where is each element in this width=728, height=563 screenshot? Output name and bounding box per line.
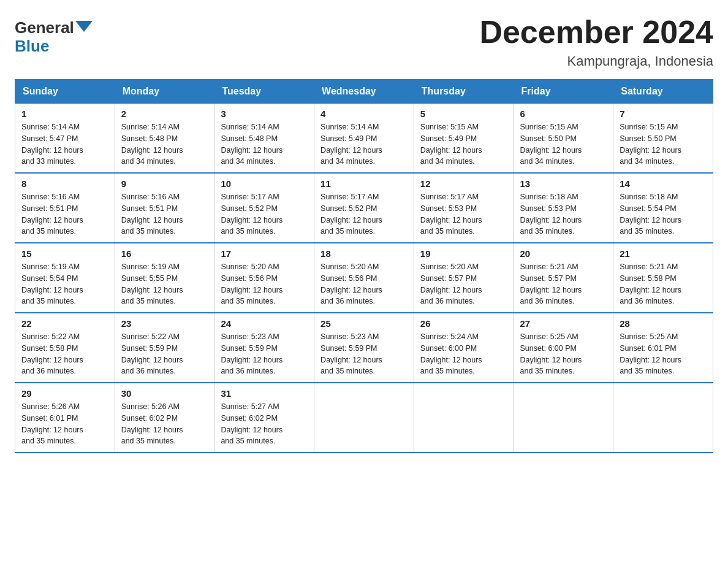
- page-header: General Blue December 2024 Kampungraja, …: [15, 15, 713, 69]
- day-number: 14: [620, 178, 707, 189]
- day-info: Sunrise: 5:20 AMSunset: 5:56 PMDaylight:…: [320, 262, 382, 305]
- table-row: 20 Sunrise: 5:21 AMSunset: 5:57 PMDaylig…: [514, 243, 613, 313]
- day-info: Sunrise: 5:22 AMSunset: 5:58 PMDaylight:…: [21, 332, 83, 375]
- day-info: Sunrise: 5:20 AMSunset: 5:57 PMDaylight:…: [420, 262, 482, 305]
- day-number: 19: [420, 248, 507, 259]
- col-wednesday: Wednesday: [314, 80, 414, 104]
- col-friday: Friday: [514, 80, 613, 104]
- day-number: 8: [21, 178, 108, 189]
- table-row: 21 Sunrise: 5:21 AMSunset: 5:58 PMDaylig…: [613, 243, 713, 313]
- day-info: Sunrise: 5:14 AMSunset: 5:48 PMDaylight:…: [121, 123, 183, 166]
- calendar-header: Sunday Monday Tuesday Wednesday Thursday…: [15, 80, 713, 104]
- day-info: Sunrise: 5:17 AMSunset: 5:52 PMDaylight:…: [221, 193, 282, 236]
- table-row: [514, 383, 613, 453]
- table-row: 28 Sunrise: 5:25 AMSunset: 6:01 PMDaylig…: [613, 313, 713, 383]
- col-saturday: Saturday: [613, 80, 713, 104]
- table-row: 1 Sunrise: 5:14 AMSunset: 5:47 PMDayligh…: [15, 104, 115, 174]
- day-number: 16: [121, 248, 208, 259]
- day-number: 10: [221, 178, 308, 189]
- logo: General Blue: [15, 20, 93, 56]
- day-number: 23: [121, 318, 208, 329]
- day-info: Sunrise: 5:19 AMSunset: 5:54 PMDaylight:…: [21, 262, 83, 305]
- day-info: Sunrise: 5:16 AMSunset: 5:51 PMDaylight:…: [121, 193, 183, 236]
- table-row: 25 Sunrise: 5:23 AMSunset: 5:59 PMDaylig…: [314, 313, 414, 383]
- day-info: Sunrise: 5:16 AMSunset: 5:51 PMDaylight:…: [21, 193, 83, 236]
- calendar-week-row: 29 Sunrise: 5:26 AMSunset: 6:01 PMDaylig…: [15, 383, 713, 453]
- logo-blue-text: Blue: [15, 37, 93, 56]
- calendar-week-row: 1 Sunrise: 5:14 AMSunset: 5:47 PMDayligh…: [15, 104, 713, 174]
- day-info: Sunrise: 5:14 AMSunset: 5:47 PMDaylight:…: [21, 123, 83, 166]
- table-row: 8 Sunrise: 5:16 AMSunset: 5:51 PMDayligh…: [15, 173, 115, 243]
- day-number: 11: [320, 178, 408, 189]
- day-number: 25: [320, 318, 408, 329]
- location-title: Kampungraja, Indonesia: [479, 53, 713, 69]
- table-row: 17 Sunrise: 5:20 AMSunset: 5:56 PMDaylig…: [214, 243, 314, 313]
- day-info: Sunrise: 5:14 AMSunset: 5:48 PMDaylight:…: [221, 123, 282, 166]
- day-number: 26: [420, 318, 507, 329]
- day-info: Sunrise: 5:23 AMSunset: 5:59 PMDaylight:…: [320, 332, 382, 375]
- day-info: Sunrise: 5:15 AMSunset: 5:50 PMDaylight:…: [520, 123, 582, 166]
- col-monday: Monday: [115, 80, 214, 104]
- day-info: Sunrise: 5:20 AMSunset: 5:56 PMDaylight:…: [221, 262, 282, 305]
- day-number: 15: [21, 248, 108, 259]
- table-row: 22 Sunrise: 5:22 AMSunset: 5:58 PMDaylig…: [15, 313, 115, 383]
- day-number: 3: [221, 109, 308, 119]
- day-info: Sunrise: 5:24 AMSunset: 6:00 PMDaylight:…: [420, 332, 482, 375]
- day-number: 12: [420, 178, 507, 189]
- table-row: 24 Sunrise: 5:23 AMSunset: 5:59 PMDaylig…: [214, 313, 314, 383]
- table-row: 9 Sunrise: 5:16 AMSunset: 5:51 PMDayligh…: [115, 173, 214, 243]
- day-number: 21: [620, 248, 707, 259]
- day-number: 1: [21, 109, 108, 119]
- table-row: 30 Sunrise: 5:26 AMSunset: 6:02 PMDaylig…: [115, 383, 214, 453]
- col-tuesday: Tuesday: [214, 80, 314, 104]
- day-info: Sunrise: 5:21 AMSunset: 5:58 PMDaylight:…: [620, 262, 681, 305]
- table-row: [414, 383, 514, 453]
- day-number: 6: [520, 109, 607, 119]
- day-number: 5: [420, 109, 507, 119]
- month-title: December 2024: [479, 15, 713, 50]
- calendar-week-row: 8 Sunrise: 5:16 AMSunset: 5:51 PMDayligh…: [15, 173, 713, 243]
- day-number: 22: [21, 318, 108, 329]
- col-thursday: Thursday: [414, 80, 514, 104]
- day-number: 24: [221, 318, 308, 329]
- day-number: 18: [320, 248, 408, 259]
- table-row: 31 Sunrise: 5:27 AMSunset: 6:02 PMDaylig…: [214, 383, 314, 453]
- day-info: Sunrise: 5:18 AMSunset: 5:53 PMDaylight:…: [520, 193, 582, 236]
- day-number: 13: [520, 178, 607, 189]
- day-number: 9: [121, 178, 208, 189]
- day-info: Sunrise: 5:14 AMSunset: 5:49 PMDaylight:…: [320, 123, 382, 166]
- day-number: 29: [21, 388, 108, 399]
- day-info: Sunrise: 5:26 AMSunset: 6:01 PMDaylight:…: [21, 402, 83, 445]
- day-info: Sunrise: 5:23 AMSunset: 5:59 PMDaylight:…: [221, 332, 282, 375]
- table-row: 18 Sunrise: 5:20 AMSunset: 5:56 PMDaylig…: [314, 243, 414, 313]
- day-info: Sunrise: 5:25 AMSunset: 6:01 PMDaylight:…: [620, 332, 681, 375]
- day-number: 20: [520, 248, 607, 259]
- table-row: 16 Sunrise: 5:19 AMSunset: 5:55 PMDaylig…: [115, 243, 214, 313]
- table-row: 3 Sunrise: 5:14 AMSunset: 5:48 PMDayligh…: [214, 104, 314, 174]
- day-number: 28: [620, 318, 707, 329]
- table-row: 10 Sunrise: 5:17 AMSunset: 5:52 PMDaylig…: [214, 173, 314, 243]
- table-row: 19 Sunrise: 5:20 AMSunset: 5:57 PMDaylig…: [414, 243, 514, 313]
- table-row: [613, 383, 713, 453]
- table-row: 26 Sunrise: 5:24 AMSunset: 6:00 PMDaylig…: [414, 313, 514, 383]
- day-info: Sunrise: 5:22 AMSunset: 5:59 PMDaylight:…: [121, 332, 183, 375]
- table-row: 5 Sunrise: 5:15 AMSunset: 5:49 PMDayligh…: [414, 104, 514, 174]
- day-number: 4: [320, 109, 408, 119]
- day-number: 17: [221, 248, 308, 259]
- table-row: [314, 383, 414, 453]
- day-info: Sunrise: 5:21 AMSunset: 5:57 PMDaylight:…: [520, 262, 582, 305]
- table-row: 2 Sunrise: 5:14 AMSunset: 5:48 PMDayligh…: [115, 104, 214, 174]
- day-info: Sunrise: 5:26 AMSunset: 6:02 PMDaylight:…: [121, 402, 183, 445]
- day-info: Sunrise: 5:27 AMSunset: 6:02 PMDaylight:…: [221, 402, 282, 445]
- table-row: 11 Sunrise: 5:17 AMSunset: 5:52 PMDaylig…: [314, 173, 414, 243]
- table-row: 7 Sunrise: 5:15 AMSunset: 5:50 PMDayligh…: [613, 104, 713, 174]
- table-row: 6 Sunrise: 5:15 AMSunset: 5:50 PMDayligh…: [514, 104, 613, 174]
- day-number: 2: [121, 109, 208, 119]
- day-info: Sunrise: 5:15 AMSunset: 5:50 PMDaylight:…: [620, 123, 681, 166]
- table-row: 23 Sunrise: 5:22 AMSunset: 5:59 PMDaylig…: [115, 313, 214, 383]
- table-row: 14 Sunrise: 5:18 AMSunset: 5:54 PMDaylig…: [613, 173, 713, 243]
- table-row: 27 Sunrise: 5:25 AMSunset: 6:00 PMDaylig…: [514, 313, 613, 383]
- day-info: Sunrise: 5:18 AMSunset: 5:54 PMDaylight:…: [620, 193, 681, 236]
- table-row: 4 Sunrise: 5:14 AMSunset: 5:49 PMDayligh…: [314, 104, 414, 174]
- day-number: 7: [620, 109, 707, 119]
